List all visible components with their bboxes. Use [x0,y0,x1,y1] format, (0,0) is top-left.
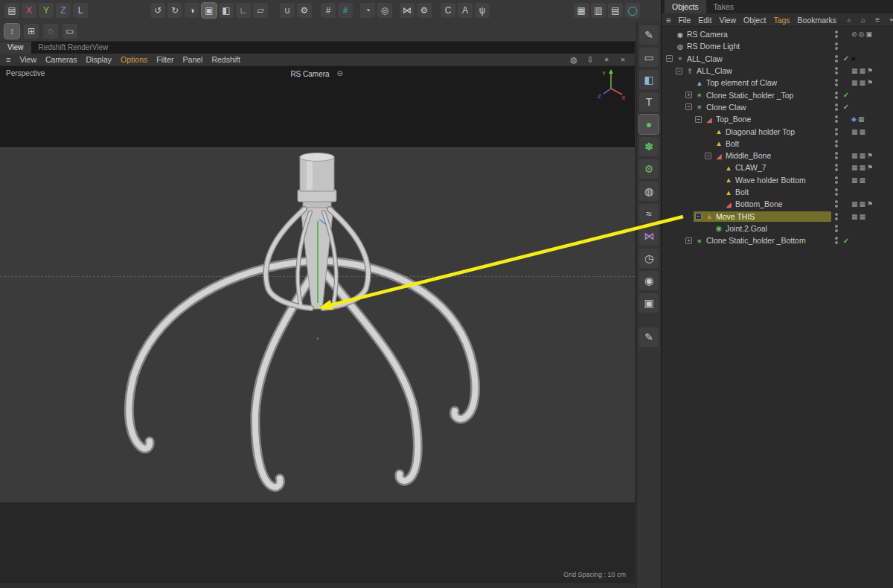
tree-row[interactable]: −⌖ALL_Claw✓■ [662,53,893,65]
object-label[interactable]: Diagonal holder Top [726,127,795,136]
texture-tag-icon[interactable]: ▦ [860,67,866,74]
tree-row[interactable]: +∗Clone Static_holder _Bottom✓ [662,234,893,246]
object-label[interactable]: Top_Bone [716,115,751,124]
spline-rectangle-icon[interactable]: ▭ [639,48,659,67]
menu-options[interactable]: Options [121,55,147,64]
expand-toggle[interactable]: − [695,213,702,220]
grid-icon[interactable]: # [321,3,336,18]
close-view-icon[interactable]: × [617,54,629,65]
tree-row[interactable]: ◍RS Dome Light [662,40,893,52]
object-label[interactable]: Clone Static_holder _Top [706,91,793,100]
visibility-dots-icon[interactable] [831,140,841,147]
enabled-check-icon[interactable]: ✓ [841,237,851,245]
tree-row[interactable]: −⇑ALL_Claw▦▦⚑ [662,65,893,77]
tree-row[interactable]: +∗Clone Static_holder _Top✓ [662,89,893,100]
flag-tag-icon[interactable]: ⚑ [867,164,873,171]
tree-row[interactable]: −◢Top_Bone◆▦ [662,113,893,125]
symmetry-icon[interactable]: ⋈ [639,226,659,246]
object-label[interactable]: CLAW_7 [735,163,766,172]
object-label[interactable]: Joint.2.Goal [726,224,767,233]
mirror-tool-icon[interactable]: ⋈ [400,3,415,18]
visibility-dots-icon[interactable] [831,200,841,208]
render-queue-icon[interactable]: ▤ [608,3,623,18]
bone-joint-icon[interactable]: ◢ [705,115,714,124]
display-icon[interactable]: ▣ [639,293,659,313]
visibility-dots-icon[interactable] [831,42,841,50]
joint-object-icon[interactable]: ▲ [724,164,733,172]
home-icon[interactable]: ⌂ [858,15,868,25]
object-label[interactable]: Move THIS [716,212,755,221]
generator-icon[interactable]: ✽ [639,137,659,156]
add-object-icon[interactable]: ⊞ [24,24,39,39]
menu-panel[interactable]: Panel [183,55,203,64]
tree-row[interactable]: ▲Wave holder Bottom▦▦ [662,174,893,186]
cube-primitive-icon[interactable]: ▣ [202,3,217,18]
polygon-mode-icon[interactable]: ◧ [219,3,234,18]
field-force-icon[interactable]: ψ [475,3,490,18]
axis-x-lock-button[interactable]: X [22,3,36,18]
viewport-menu-icon[interactable]: ≡ [6,55,10,64]
camera-tag-icon[interactable]: ▣ [865,31,872,38]
visibility-dots-icon[interactable] [831,188,841,196]
texture-tag-icon[interactable]: ▦ [851,128,858,135]
clone-object-icon[interactable]: ∗ [695,237,704,245]
texture-tag-icon[interactable]: ▦ [851,164,858,171]
menu-edit[interactable]: Edit [698,16,711,25]
visibility-dots-icon[interactable] [831,79,841,86]
pencil-icon[interactable]: ✎ [639,327,659,347]
joint-object-icon[interactable]: ▲ [714,127,723,135]
tree-row[interactable]: ▲Top element of Claw▦▦⚑ [662,77,893,89]
visibility-dots-icon[interactable] [831,213,841,220]
interactive-render-icon[interactable]: ◯ [625,3,640,18]
tab-view[interactable]: View [0,42,31,54]
visibility-dots-icon[interactable] [831,67,841,74]
expand-toggle[interactable]: − [705,153,711,159]
snap-settings-gear-icon[interactable]: ⚙ [297,3,312,18]
flag-tag-icon[interactable]: ⚑ [867,67,873,74]
visibility-dots-icon[interactable] [831,164,841,171]
bone-joint-icon[interactable]: ◢ [714,152,723,160]
null-object-icon[interactable]: ⌖ [676,54,685,63]
axis-ruler-icon[interactable]: ∟ [236,3,251,18]
clone-object-icon[interactable]: ∗ [695,91,704,99]
enabled-check-icon[interactable]: ✓ [841,54,851,63]
expand-toggle[interactable]: − [666,55,673,62]
object-label[interactable]: Bolt [726,139,739,148]
rect-select-icon[interactable]: ▭ [63,24,77,39]
spline-modifier-icon[interactable]: ≈ [639,204,659,223]
minimize-view-icon[interactable]: ⇩ [584,54,596,65]
menu-object[interactable]: Object [743,16,766,25]
visibility-dots-icon[interactable] [831,55,841,63]
visibility-dots-icon[interactable] [831,176,841,184]
dome-light-icon[interactable]: ◍ [676,42,685,51]
timer-icon[interactable]: ◎ [377,3,392,18]
object-label[interactable]: ALL_Claw [687,54,723,63]
axis-z-lock-button[interactable]: Z [56,3,71,18]
axis-y-lock-button[interactable]: Y [39,3,54,18]
tree-row[interactable]: ◉RS Camera⊘◎▣ [662,28,893,40]
ik-tag-icon[interactable]: ◆ [851,115,857,123]
menu-redshift[interactable]: Redshift [211,55,240,64]
object-label[interactable]: RS Dome Light [687,42,740,51]
tab-objects[interactable]: Objects [665,0,706,13]
object-manager-menu-icon[interactable]: ≡ [666,16,670,25]
expand-toggle[interactable]: + [685,92,692,98]
visibility-dots-icon[interactable] [831,128,841,135]
visibility-dots-icon[interactable] [831,115,841,123]
object-label[interactable]: Top element of Claw [706,78,777,87]
texture-tag-icon[interactable]: ▦ [860,152,866,159]
bone-joint-icon[interactable]: ◢ [724,200,733,208]
expand-toggle[interactable]: − [685,103,692,110]
tree-row[interactable]: −∗Clone Claw✓ [662,101,893,113]
subdivision-surface-icon[interactable]: ● [639,115,659,134]
object-label[interactable]: Clone Static_holder _Bottom [706,236,806,245]
camera-icon[interactable]: ◉ [639,271,659,290]
object-label[interactable]: Middle_Bone [726,151,771,160]
visibility-dots-icon[interactable] [831,31,841,38]
object-label[interactable]: ALL_Claw [697,66,732,75]
flag-tag-icon[interactable]: ⚑ [867,152,873,159]
menu-file[interactable]: File [678,16,691,25]
quantize-grid-icon[interactable]: # [338,3,353,18]
modeling-mode-icon[interactable]: ◑ [185,3,199,18]
magnet-snap-icon[interactable]: ∪ [280,3,295,18]
